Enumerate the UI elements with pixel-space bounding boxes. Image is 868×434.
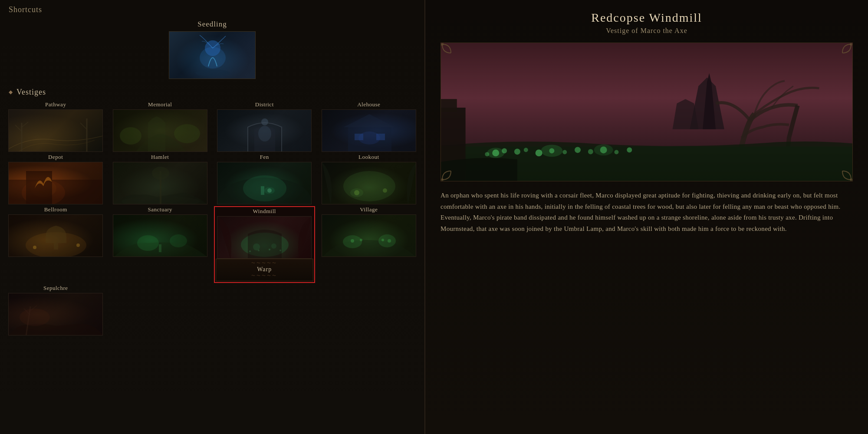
svg-point-61 — [514, 148, 520, 155]
seedling-section: Seedling — [0, 18, 424, 85]
depot-label: Depot — [48, 154, 63, 161]
vestige-item-bellroom[interactable]: Bellroom — [5, 206, 106, 283]
svg-point-69 — [614, 150, 618, 154]
svg-line-4 — [15, 125, 22, 132]
vestige-item-sepulchre[interactable]: Sepulchre — [5, 285, 106, 335]
svg-point-10 — [261, 118, 268, 125]
svg-point-35 — [76, 243, 80, 247]
vestige-item-hamlet[interactable]: Hamlet — [110, 154, 211, 204]
detail-image — [441, 43, 853, 181]
district-label: District — [255, 101, 274, 108]
district-thumbnail — [217, 109, 312, 152]
svg-line-7 — [80, 123, 87, 129]
vestige-item-district[interactable]: District — [214, 101, 315, 152]
village-label: Village — [360, 206, 378, 213]
pathway-label: Pathway — [45, 101, 66, 108]
corner-ornament-bl — [441, 160, 462, 181]
svg-point-50 — [381, 239, 384, 241]
svg-rect-38 — [159, 244, 161, 252]
pathway-thumbnail — [8, 109, 103, 152]
corner-ornament-tr — [832, 43, 853, 64]
hamlet-thumbnail — [113, 162, 207, 204]
vestiges-row-1: Pathway Memorial — [0, 101, 424, 152]
vestige-item-pathway[interactable]: Pathway — [5, 101, 106, 152]
lookout-label: Lookout — [358, 154, 379, 161]
village-thumbnail — [322, 214, 416, 257]
svg-point-27 — [264, 187, 275, 194]
svg-point-66 — [575, 147, 581, 153]
warp-box-label: Warp — [216, 266, 313, 273]
svg-rect-75 — [441, 99, 457, 112]
svg-point-28 — [343, 171, 395, 201]
vestiges-row-4: Sepulchre — [0, 285, 424, 335]
svg-point-31 — [383, 188, 387, 193]
sanctuary-thumbnail — [113, 214, 207, 257]
svg-rect-33 — [54, 243, 58, 250]
warp-bottom-ornament: 〜〜〜〜〜 — [216, 273, 313, 279]
svg-rect-25 — [261, 186, 264, 195]
hamlet-label: Hamlet — [151, 154, 169, 161]
right-panel: Redcopse Windmill Vestige of Marco the A… — [425, 0, 868, 434]
memorial-label: Memorial — [148, 101, 172, 108]
svg-marker-13 — [344, 114, 395, 127]
sepulchre-label: Sepulchre — [43, 285, 68, 292]
detail-image-container — [441, 43, 853, 181]
vestige-item-fen[interactable]: Fen — [214, 154, 315, 204]
left-panel: Shortcuts Seedling — [0, 0, 425, 434]
alehouse-thumbnail — [322, 109, 416, 152]
svg-point-78 — [441, 178, 444, 181]
svg-point-24 — [243, 175, 286, 201]
detail-title: Redcopse Windmill — [441, 11, 853, 25]
windmill-label: Windmill — [253, 208, 276, 215]
windmill-warp-box[interactable]: 〜〜〜〜〜 Warp 〜〜〜〜〜 — [216, 259, 313, 281]
svg-point-16 — [358, 132, 380, 145]
vestige-item-windmill[interactable]: Windmill — [214, 206, 315, 283]
corner-ornament-tl — [441, 43, 462, 64]
sanctuary-label: Sanctuary — [148, 206, 172, 213]
svg-line-5 — [22, 122, 28, 127]
vestige-item-depot[interactable]: Depot — [5, 154, 106, 204]
svg-point-65 — [562, 150, 567, 154]
seedling-label: Seedling — [197, 20, 227, 29]
svg-point-9 — [174, 124, 200, 143]
vestige-item-lookout[interactable]: Lookout — [319, 154, 420, 204]
vestige-item-village[interactable]: Village — [319, 206, 420, 283]
svg-point-2 — [200, 47, 226, 69]
svg-point-37 — [170, 234, 187, 247]
depot-thumbnail — [8, 162, 103, 204]
svg-point-8 — [120, 127, 141, 145]
windmill-thumbnail — [217, 216, 312, 259]
svg-point-48 — [351, 239, 354, 243]
detail-description: An orphan who spent his life roving with… — [441, 190, 853, 234]
vestiges-label: Vestiges — [0, 85, 424, 101]
detail-subtitle: Vestige of Marco the Axe — [441, 27, 853, 35]
svg-point-47 — [378, 234, 396, 247]
svg-point-72 — [541, 145, 563, 157]
svg-point-79 — [850, 178, 852, 181]
svg-point-73 — [594, 145, 613, 156]
shortcuts-label: Shortcuts — [0, 0, 424, 18]
sepulchre-thumbnail — [8, 293, 103, 335]
svg-rect-19 — [9, 180, 103, 204]
svg-point-76 — [441, 43, 444, 46]
alehouse-label: Alehouse — [357, 101, 380, 108]
memorial-thumbnail — [113, 109, 207, 152]
svg-rect-20 — [26, 171, 52, 204]
fen-thumbnail — [217, 162, 312, 204]
svg-point-55 — [20, 309, 50, 326]
svg-point-34 — [33, 246, 36, 249]
vestige-item-sanctuary[interactable]: Sanctuary — [110, 206, 211, 283]
svg-point-77 — [850, 43, 852, 46]
svg-point-67 — [588, 149, 593, 154]
svg-point-11 — [258, 126, 271, 141]
vestige-item-memorial[interactable]: Memorial — [110, 101, 211, 152]
svg-point-36 — [137, 235, 159, 251]
svg-point-0 — [195, 69, 230, 76]
lookout-thumbnail — [322, 162, 416, 204]
svg-point-23 — [152, 167, 169, 180]
svg-point-62 — [524, 148, 528, 152]
main-container: Shortcuts Seedling — [0, 0, 868, 434]
vestige-item-alehouse[interactable]: Alehouse — [319, 101, 420, 152]
seedling-thumbnail[interactable] — [169, 31, 256, 79]
svg-point-49 — [360, 239, 362, 241]
